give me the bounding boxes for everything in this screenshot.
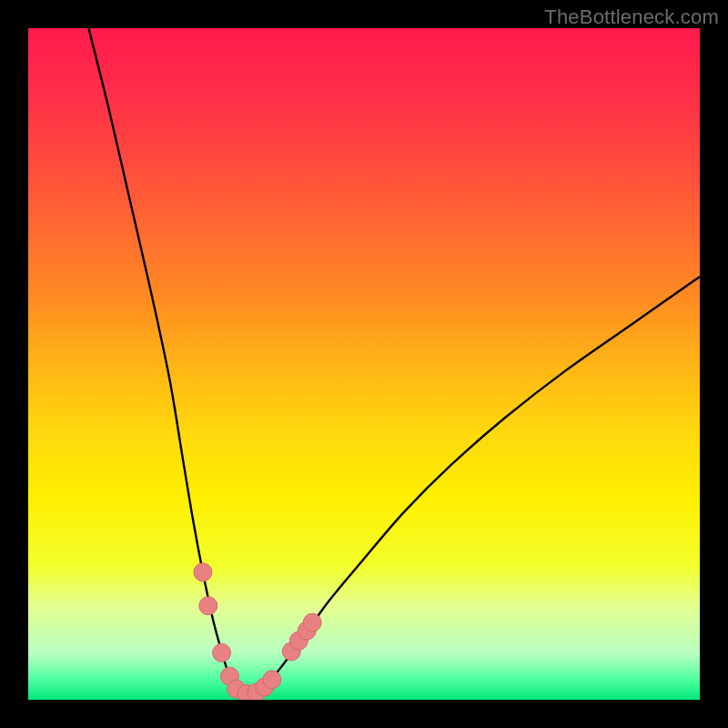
app-frame: TheBottleneck.com (0, 0, 728, 728)
data-point (194, 563, 212, 581)
gradient-background (28, 28, 700, 700)
watermark-text: TheBottleneck.com (544, 5, 719, 29)
data-point (199, 597, 217, 615)
data-point (213, 643, 231, 662)
data-point (263, 671, 281, 689)
chart-plot-area (28, 28, 700, 700)
data-point (303, 613, 321, 632)
chart-svg (28, 28, 700, 700)
